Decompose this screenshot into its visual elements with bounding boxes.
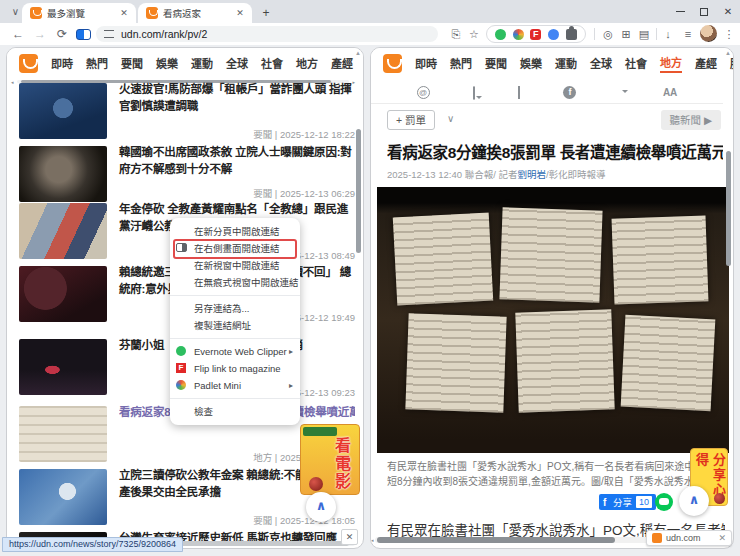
tab-most-viewed[interactable]: 最多瀏覽 ✕	[22, 3, 136, 23]
menu-item-inspect[interactable]: 檢查	[170, 403, 300, 420]
nav-item[interactable]: 娛樂	[156, 55, 178, 71]
ad-close-button[interactable]: ✕	[341, 529, 358, 545]
follow-chevron-icon[interactable]: ∨	[447, 113, 454, 124]
nav-item[interactable]: 要聞	[121, 55, 143, 71]
facebook-icon[interactable]: f	[563, 86, 576, 99]
news-thumbnail[interactable]	[19, 146, 107, 202]
site-settings-icon[interactable]	[104, 30, 114, 38]
forward-button[interactable]: →	[32, 26, 48, 42]
menu-item-flipboard[interactable]: F Flip link to magazine	[170, 360, 300, 377]
right-pane-scrollbar-thumb[interactable]	[726, 151, 731, 266]
nav-item[interactable]: 產經	[695, 55, 717, 71]
download-icon[interactable]: ↓	[660, 26, 676, 42]
padlet-extension-icon[interactable]	[513, 29, 524, 40]
minimize-button[interactable]	[668, 0, 692, 23]
news-title-link[interactable]: 韓國瑜不出席國政茶敘 立院人士曝關鍵原因:對府方不解感到十分不解	[119, 144, 355, 177]
share-icon[interactable]: ⎘	[448, 26, 464, 42]
scroll-left-icon[interactable]: ◂	[371, 537, 374, 543]
text-size-icon[interactable]: AA	[663, 87, 677, 98]
nav-item[interactable]: 要聞	[485, 55, 507, 71]
udn-logo-icon[interactable]	[19, 54, 38, 73]
nav-item-active[interactable]: 地方	[660, 54, 682, 73]
listen-news-button[interactable]: 聽新聞 ▶	[661, 110, 722, 130]
news-row: 韓國瑜不出席國政茶敘 立院人士曝關鍵原因:對府方不解感到十分不解 要聞 | 20…	[7, 144, 364, 200]
scrollbar-up-icon[interactable]: ▲	[355, 50, 361, 56]
news-thumbnail[interactable]	[19, 203, 107, 259]
bookmark-star-icon[interactable]: ☆	[466, 26, 482, 42]
facebook-share-button[interactable]: f 分享 10	[599, 494, 656, 510]
nav-item[interactable]: 即時	[51, 55, 73, 71]
left-pane-scrollbar-thumb[interactable]	[356, 129, 361, 253]
lens-icon[interactable]: ◎	[600, 26, 616, 42]
menu-item-open-incognito[interactable]: 在無痕式視窗中開啟連結	[170, 274, 300, 291]
browser-menu-icon[interactable]: ⋮	[721, 26, 737, 42]
reporter-link[interactable]: 劉明岩	[517, 169, 546, 180]
notes-icon[interactable]: ≡	[680, 26, 696, 42]
nav-item[interactable]: 地方	[296, 55, 318, 71]
news-thumbnail[interactable]	[19, 406, 107, 462]
flipboard-extension-icon[interactable]: F	[530, 29, 541, 40]
news-title-link[interactable]: 火速拔官!馬防部爆「租帳戶」當詐團人頭 指揮官劉慎謨遭調職	[119, 81, 355, 114]
nav-item[interactable]: 全球	[226, 55, 248, 71]
menu-item-evernote[interactable]: Evernote Web Clipper ▸	[170, 343, 300, 360]
reading-mode-icon[interactable]: ▤	[636, 26, 652, 42]
new-tab-button[interactable]: +	[258, 5, 274, 21]
profile-avatar[interactable]	[700, 25, 717, 42]
nav-item[interactable]: 股市	[730, 55, 734, 71]
nav-item[interactable]: 即時	[415, 55, 437, 71]
line-share-button[interactable]	[655, 493, 673, 511]
nav-item[interactable]: 運動	[555, 55, 577, 71]
udn-logo-icon[interactable]	[383, 54, 402, 73]
threads-icon[interactable]: @	[417, 86, 430, 99]
menu-separator	[170, 398, 300, 399]
menu-item-open-new-tab[interactable]: 在新分頁中開啟連結	[170, 223, 300, 240]
promo-ad-banner[interactable]: 看電影	[300, 424, 360, 495]
nav-item[interactable]: 社會	[625, 55, 647, 71]
maximize-button[interactable]	[692, 0, 716, 23]
tab-close-icon[interactable]: ✕	[234, 8, 246, 18]
reload-button[interactable]: ⟳	[54, 26, 70, 42]
article-photo[interactable]	[377, 187, 729, 453]
article-byline: 2025-12-13 12:40 聯合報/ 記者劉明岩/彰化即時報導	[387, 167, 721, 181]
tab-article[interactable]: 看病返家 ✕	[138, 3, 252, 23]
address-bar[interactable]: udn.com/rank/pv/2	[96, 26, 438, 42]
menu-item-padlet[interactable]: Padlet Mini ▸	[170, 377, 300, 394]
nav-item[interactable]: 熱門	[86, 55, 108, 71]
nav-item[interactable]: 產經	[331, 55, 353, 71]
attribution-close-icon[interactable]: ✕	[718, 533, 726, 543]
extensions-puzzle-icon[interactable]	[566, 29, 577, 40]
menu-item-copy-link-address[interactable]: 複製連結網址	[170, 317, 300, 334]
menu-item-save-link-as[interactable]: 另存連結為...	[170, 300, 300, 317]
nav-item[interactable]: 全球	[590, 55, 612, 71]
menu-item-open-split-view[interactable]: 在右側畫面開啟連結	[170, 240, 300, 257]
nav-item[interactable]: 熱門	[450, 55, 472, 71]
close-window-button[interactable]: ✕	[716, 0, 740, 23]
right-split-pane: 即時 熱門 要聞 娛樂 運動 全球 社會 地方 產經 股市 房市 ∨ ▲ @ f…	[370, 47, 734, 549]
blue-extension-icon[interactable]	[548, 29, 559, 40]
nav-item[interactable]: 社會	[261, 55, 283, 71]
scroll-to-top-button[interactable]: ∧	[306, 492, 336, 522]
comment-icon[interactable]	[473, 86, 475, 100]
evernote-extension-icon[interactable]	[495, 29, 506, 40]
apps-grid-icon[interactable]: ⊞	[618, 26, 634, 42]
nav-item[interactable]: 娛樂	[520, 55, 542, 71]
nav-item[interactable]: 運動	[191, 55, 213, 71]
menu-item-open-new-window[interactable]: 在新視窗中開啟連結	[170, 257, 300, 274]
browser-toolbar: ← → ⟳ udn.com/rank/pv/2 ⎘ ☆ F ◎ ⊞ ▤ ↓ ≡ …	[0, 23, 740, 45]
news-thumbnail[interactable]	[19, 83, 107, 139]
scrollbar-thumb[interactable]	[377, 537, 615, 543]
follow-topic-button[interactable]: + 罰單	[387, 110, 435, 130]
back-button[interactable]: ←	[10, 26, 26, 42]
news-meta: 要聞 | 2025-12-12 18:22	[253, 127, 355, 141]
split-view-indicator-icon[interactable]	[76, 29, 91, 40]
article-action-strip: @ f AA	[371, 82, 723, 104]
bookmark-icon[interactable]	[518, 86, 520, 99]
news-thumbnail[interactable]	[19, 266, 107, 322]
ad-graphic	[309, 477, 323, 491]
scroll-to-top-button[interactable]: ∧	[679, 486, 709, 516]
news-thumbnail[interactable]	[19, 339, 107, 395]
tab-close-icon[interactable]: ✕	[118, 8, 130, 18]
news-thumbnail[interactable]	[19, 469, 107, 525]
scrollbar-up-icon[interactable]: ▲	[725, 50, 731, 56]
tab-search-icon[interactable]: ∨	[8, 4, 23, 19]
